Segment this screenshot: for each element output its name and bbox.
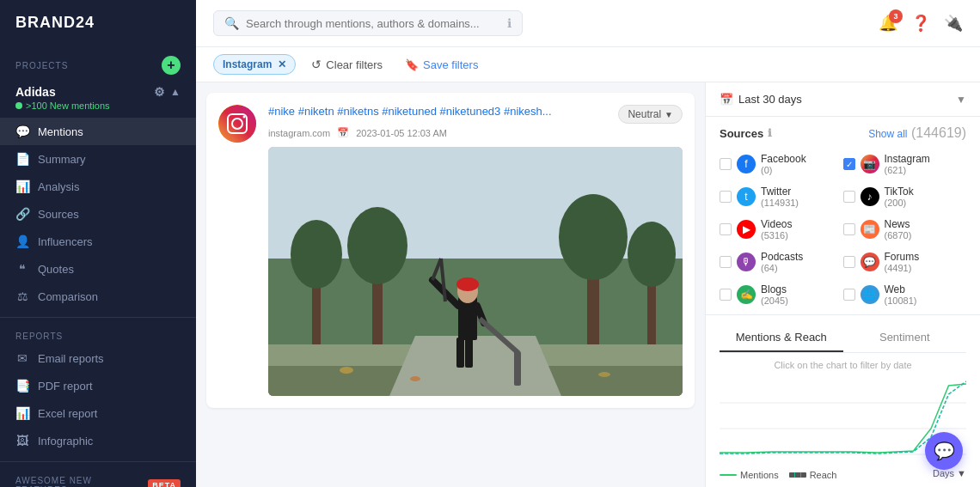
source-checkbox-podcasts[interactable]	[720, 256, 732, 268]
add-project-button[interactable]: +	[162, 56, 181, 75]
source-checkbox-forums[interactable]	[843, 256, 855, 268]
mentions-feed: #nike #niketn #niketns #niketuned #niket…	[196, 82, 705, 487]
svg-point-3	[243, 116, 246, 119]
source-checkbox-instagram[interactable]	[843, 158, 855, 170]
source-icon-tiktok: ♪	[861, 187, 879, 206]
svg-point-14	[291, 220, 342, 289]
instagram-avatar	[218, 105, 256, 143]
sidebar-item-label: Mentions	[38, 125, 83, 138]
source-checkbox-web[interactable]	[843, 289, 855, 301]
project-item[interactable]: Adidas ⚙ ▲ >100 New mentions	[0, 78, 196, 118]
pdf-icon: 📑	[15, 379, 29, 393]
sources-info-icon[interactable]: ℹ	[768, 127, 772, 139]
source-count-instagram: (621)	[885, 165, 930, 175]
days-selector[interactable]: Days ▼	[933, 468, 966, 478]
source-row-web[interactable]: 🌐Web(10081)	[843, 278, 967, 311]
source-row-facebook[interactable]: fFacebook(0)	[720, 148, 843, 180]
source-name-news: News	[885, 218, 912, 230]
svg-point-30	[410, 376, 420, 381]
show-all-link[interactable]: Show all (144619)	[868, 125, 966, 141]
chart-tabs: Mentions & Reach Sentiment	[720, 324, 966, 353]
topbar-actions: 🔔 3 ❓ 🔌	[879, 14, 963, 33]
awesome-features-label: AWESOME NEW FEATURES BETA	[0, 469, 196, 487]
chevron-up-icon[interactable]: ▲	[170, 86, 181, 98]
source-row-podcasts[interactable]: 🎙Podcasts(64)	[720, 246, 843, 278]
filter-tag-instagram[interactable]: Instagram ✕	[213, 54, 296, 75]
source-count-blogs: (2045)	[761, 295, 788, 306]
source-count-forums: (4491)	[885, 263, 920, 273]
svg-rect-0	[218, 105, 256, 143]
source-count-videos: (5316)	[761, 230, 792, 240]
sidebar-item-influencers[interactable]: 👤 Influencers	[0, 228, 196, 255]
source-row-videos[interactable]: ▶Videos(5316)	[720, 213, 843, 246]
source-row-twitter[interactable]: tTwitter(114931)	[720, 180, 843, 213]
source-count-web: (10081)	[885, 295, 917, 306]
sidebar-item-pdf-report[interactable]: 📑 PDF report	[0, 372, 196, 399]
search-info-icon[interactable]: ℹ	[507, 16, 511, 30]
sidebar-item-comparison[interactable]: ⚖ Comparison	[0, 283, 196, 310]
source-row-news[interactable]: 📰News(6870)	[843, 213, 967, 246]
sidebar-item-analysis[interactable]: 📊 Analysis	[0, 173, 196, 200]
source-checkbox-blogs[interactable]	[720, 289, 732, 301]
days-caret-icon: ▼	[957, 468, 966, 478]
source-checkbox-twitter[interactable]	[720, 191, 732, 203]
source-checkbox-facebook[interactable]	[720, 158, 732, 170]
mention-title[interactable]: #nike #niketn #niketns #niketuned #niket…	[268, 105, 552, 118]
help-button[interactable]: ❓	[911, 14, 930, 33]
analysis-icon: 📊	[15, 180, 29, 193]
mention-image	[268, 147, 683, 396]
svg-rect-18	[458, 297, 477, 340]
sidebar-item-sources[interactable]: 🔗 Sources	[0, 200, 196, 228]
tab-mentions-reach[interactable]: Mentions & Reach	[720, 324, 843, 352]
source-icon-podcasts: 🎙	[737, 253, 756, 271]
date-selector[interactable]: 📅 Last 30 days ▼	[706, 82, 980, 117]
calendar-icon: 📅	[720, 93, 733, 106]
gear-icon[interactable]: ⚙	[154, 85, 165, 99]
source-row-blogs[interactable]: ✍Blogs(2045)	[720, 278, 843, 311]
sidebar-item-email-reports[interactable]: ✉ Email reports	[0, 344, 196, 372]
source-icon-facebook: f	[737, 155, 756, 173]
sidebar-item-label: Analysis	[38, 180, 79, 193]
source-name-blogs: Blogs	[761, 283, 788, 295]
search-input[interactable]	[246, 17, 500, 30]
status-dot	[15, 102, 22, 109]
sidebar: BRAND24 PROJECTS + Adidas ⚙ ▲ >100 New m…	[0, 0, 196, 487]
sidebar-item-infographic[interactable]: 🖼 Infographic	[0, 427, 196, 454]
source-row-instagram[interactable]: 📷Instagram(621)	[843, 148, 967, 180]
chat-support-button[interactable]: 💬	[925, 432, 963, 470]
source-checkbox-news[interactable]	[843, 223, 855, 235]
save-filters-button[interactable]: 🔖 Save filters	[398, 55, 485, 75]
sidebar-item-label: Excel report	[38, 407, 97, 420]
app-logo: BRAND24	[0, 0, 196, 46]
date-range-label: Last 30 days	[738, 93, 802, 106]
source-icon-forums: 💬	[861, 253, 879, 271]
source-icon-videos: ▶	[737, 220, 756, 239]
sentiment-label: Neutral	[628, 108, 661, 120]
notifications-button[interactable]: 🔔 3	[879, 14, 897, 33]
source-row-tiktok[interactable]: ♪TikTok(200)	[843, 180, 967, 213]
sidebar-item-summary[interactable]: 📄 Summary	[0, 145, 196, 173]
tab-sentiment[interactable]: Sentiment	[843, 324, 967, 352]
sidebar-item-excel-report[interactable]: 📊 Excel report	[0, 399, 196, 427]
source-checkbox-tiktok[interactable]	[843, 191, 855, 203]
sidebar-item-quotes[interactable]: ❝ Quotes	[0, 255, 196, 283]
filter-tag-close-icon[interactable]: ✕	[278, 58, 286, 70]
clear-filters-button[interactable]: ↺ Clear filters	[304, 54, 389, 75]
search-bar[interactable]: 🔍 ℹ	[213, 10, 523, 36]
legend-reach: Reach	[789, 470, 837, 480]
source-checkbox-videos[interactable]	[720, 223, 732, 235]
sidebar-item-label: Summary	[38, 153, 86, 166]
chart-legend: Mentions Reach	[720, 470, 836, 480]
sidebar-item-label: Sources	[38, 208, 79, 221]
sidebar-item-mentions[interactable]: 💬 Mentions	[0, 118, 196, 145]
reports-label: REPORTS	[0, 325, 196, 344]
legend-mentions: Mentions	[720, 470, 779, 480]
source-row-forums[interactable]: 💬Forums(4491)	[843, 246, 967, 278]
sentiment-badge[interactable]: Neutral ▼	[618, 105, 683, 124]
calendar-icon: 📅	[337, 127, 349, 138]
sources-icon: 🔗	[15, 207, 29, 221]
integrations-button[interactable]: 🔌	[944, 14, 963, 33]
sidebar-item-label: Influencers	[38, 235, 93, 248]
clear-filters-label: Clear filters	[326, 58, 383, 71]
source-name-web: Web	[885, 283, 917, 295]
